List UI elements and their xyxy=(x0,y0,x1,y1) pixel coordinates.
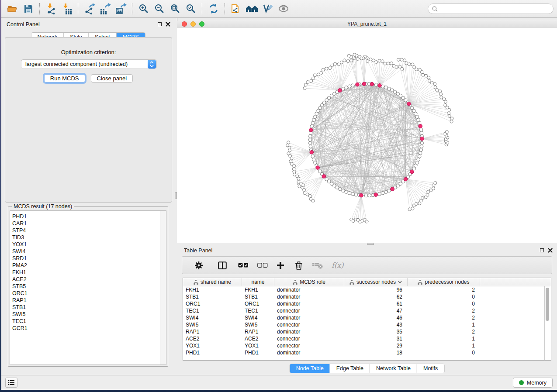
table-row[interactable]: ACE2ACE2connector311 xyxy=(183,335,545,342)
mcds-result-item[interactable]: SRD1 xyxy=(10,255,166,262)
mcds-result-item[interactable]: GCR1 xyxy=(10,325,166,332)
table-row[interactable]: ORC1ORC1dominator610 xyxy=(183,300,545,307)
cell-predecessor-nodes[interactable]: 2 xyxy=(408,286,480,293)
cell-successor-nodes[interactable]: 29 xyxy=(344,342,408,349)
table-row[interactable]: YOX1YOX1connector291 xyxy=(183,342,545,349)
tab-node-table[interactable]: Node Table xyxy=(290,364,330,373)
cell-name[interactable]: SWI5 xyxy=(242,321,274,328)
import-network-button[interactable] xyxy=(44,2,59,16)
mcds-result-item[interactable]: TEC1 xyxy=(10,318,166,325)
cell-name[interactable]: RAP1 xyxy=(242,328,274,335)
add-column-button[interactable] xyxy=(272,258,289,272)
table-scrollbar[interactable] xyxy=(544,286,551,360)
deselect-all-button[interactable] xyxy=(253,258,272,272)
cell-successor-nodes[interactable]: 47 xyxy=(344,307,408,314)
cell-predecessor-nodes[interactable]: 2 xyxy=(408,314,480,321)
scrollbar-thumb[interactable] xyxy=(546,288,549,321)
cell-name[interactable]: PHD1 xyxy=(242,349,274,356)
table-row[interactable]: SWI5SWI5connector431 xyxy=(183,321,545,328)
cell-predecessor-nodes[interactable]: 2 xyxy=(408,307,480,314)
mcds-result-item[interactable]: PMA2 xyxy=(10,262,166,269)
mcds-result-item[interactable]: TID3 xyxy=(10,234,166,241)
select-all-button[interactable] xyxy=(234,258,253,272)
mcds-result-item[interactable]: FKH1 xyxy=(10,269,166,276)
export-network-button[interactable] xyxy=(82,2,97,16)
cell-MCDS-role[interactable]: dominator xyxy=(274,328,344,335)
cell-shared-name[interactable]: ORC1 xyxy=(183,300,242,307)
network-window-titlebar[interactable]: YPA_prune.txt_1 xyxy=(177,20,557,28)
delete-column-button[interactable] xyxy=(291,258,307,272)
cell-shared-name[interactable]: FKH1 xyxy=(183,286,242,293)
zoom-out-button[interactable] xyxy=(152,2,167,16)
cell-shared-name[interactable]: ACE2 xyxy=(183,335,242,342)
cell-MCDS-role[interactable]: connector xyxy=(274,342,344,349)
mcds-result-item[interactable]: CAR1 xyxy=(10,220,166,227)
table-row[interactable]: PHD1PHD1dominator180 xyxy=(183,349,545,356)
cell-MCDS-role[interactable]: connector xyxy=(274,307,344,314)
float-panel-icon[interactable] xyxy=(540,248,544,252)
splitter-grip[interactable] xyxy=(367,243,374,245)
mcds-result-item[interactable]: SWI4 xyxy=(10,248,166,255)
mcds-result-list[interactable]: PHD1CAR1STP4TID3YOX1SWI4SRD1PMA2FKH1ACE2… xyxy=(10,210,166,365)
cell-predecessor-nodes[interactable]: 0 xyxy=(408,300,480,307)
network-from-selection-button[interactable] xyxy=(229,2,244,16)
column-header-shared-name[interactable]: shared name xyxy=(183,278,242,286)
column-header-successor-nodes[interactable]: successor nodes xyxy=(344,278,408,286)
cell-name[interactable]: TEC1 xyxy=(242,307,274,314)
column-header-name[interactable]: name xyxy=(242,278,274,286)
cell-MCDS-role[interactable]: connector xyxy=(274,335,344,342)
mcds-result-item[interactable]: SWI5 xyxy=(10,311,166,318)
zoom-in-button[interactable] xyxy=(136,2,151,16)
run-mcds-button[interactable]: Run MCDS xyxy=(44,74,85,83)
search-input[interactable] xyxy=(440,5,549,12)
mcds-result-item[interactable]: RAP1 xyxy=(10,297,166,304)
apply-layout-button[interactable] xyxy=(206,2,221,16)
mcds-result-item[interactable]: ACE2 xyxy=(10,276,166,283)
cell-MCDS-role[interactable]: dominator xyxy=(274,293,344,300)
cell-predecessor-nodes[interactable]: 1 xyxy=(408,321,480,328)
cell-MCDS-role[interactable]: dominator xyxy=(274,300,344,307)
cell-predecessor-nodes[interactable]: 0 xyxy=(408,349,480,356)
cell-predecessor-nodes[interactable]: 1 xyxy=(408,335,480,342)
table-row[interactable]: RAP1RAP1dominator352 xyxy=(183,328,545,335)
cell-shared-name[interactable]: SWI5 xyxy=(183,321,242,328)
close-panel-button[interactable]: Close panel xyxy=(91,74,133,83)
cell-name[interactable]: STB1 xyxy=(242,293,274,300)
cell-successor-nodes[interactable]: 96 xyxy=(344,286,408,293)
table-row[interactable]: FKH1FKH1dominator962 xyxy=(183,286,545,293)
close-panel-icon[interactable] xyxy=(166,22,170,27)
first-neighbors-button[interactable] xyxy=(245,2,259,16)
tab-network-table[interactable]: Network Table xyxy=(370,364,417,373)
mcds-result-item[interactable]: YOX1 xyxy=(10,241,166,248)
mcds-list-scrollbar[interactable] xyxy=(160,211,166,364)
export-table-button[interactable] xyxy=(98,2,113,16)
cell-shared-name[interactable]: RAP1 xyxy=(183,328,242,335)
cell-shared-name[interactable]: SWI4 xyxy=(183,314,242,321)
cell-successor-nodes[interactable]: 46 xyxy=(344,314,408,321)
cell-successor-nodes[interactable]: 31 xyxy=(344,335,408,342)
float-panel-icon[interactable] xyxy=(158,22,162,26)
network-canvas[interactable] xyxy=(177,28,557,243)
optimization-criterion-select[interactable]: largest connected component (undirected) xyxy=(21,59,157,69)
mcds-result-item[interactable]: STB1 xyxy=(10,304,166,311)
table-row[interactable]: TEC1TEC1connector472 xyxy=(183,307,545,314)
tab-edge-table[interactable]: Edge Table xyxy=(330,364,370,373)
show-graphics-details-button[interactable] xyxy=(276,2,291,16)
cell-shared-name[interactable]: YOX1 xyxy=(183,342,242,349)
cell-successor-nodes[interactable]: 35 xyxy=(344,328,408,335)
open-session-button[interactable] xyxy=(5,2,20,16)
cell-predecessor-nodes[interactable]: 0 xyxy=(408,293,480,300)
cell-name[interactable]: YOX1 xyxy=(242,342,274,349)
mcds-result-item[interactable]: ORC1 xyxy=(10,290,166,297)
table-row[interactable]: SWI4SWI4dominator462 xyxy=(183,314,545,321)
cell-successor-nodes[interactable]: 62 xyxy=(344,293,408,300)
mcds-result-item[interactable]: PHD1 xyxy=(10,213,166,220)
table-row[interactable]: STB1STB1dominator620 xyxy=(183,293,545,300)
tab-motifs[interactable]: Motifs xyxy=(417,364,444,373)
cell-name[interactable]: SWI4 xyxy=(242,314,274,321)
cell-predecessor-nodes[interactable]: 1 xyxy=(408,342,480,349)
close-panel-icon[interactable] xyxy=(548,248,553,253)
column-header-MCDS-role[interactable]: MCDS role xyxy=(274,278,344,286)
cell-successor-nodes[interactable]: 43 xyxy=(344,321,408,328)
show-column-button[interactable] xyxy=(214,258,231,272)
